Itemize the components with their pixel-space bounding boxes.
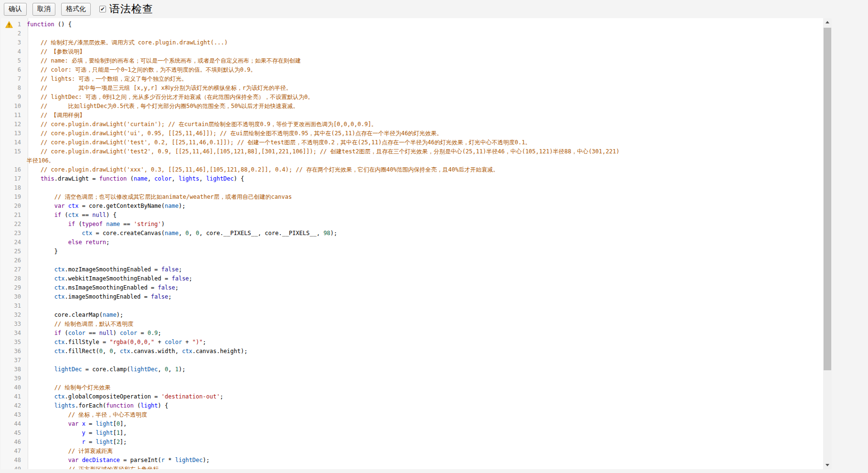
code-line-content[interactable]: // color: 可选，只能是一个0~1之间的数，为不透明度的值。不填则默认为… [25,65,823,75]
scrollbar-down-arrow-icon[interactable] [823,461,832,469]
code-line[interactable]: 12 // core.plugin.drawLight('curtain'); … [1,120,823,129]
code-line[interactable]: 27 ctx.mozImageSmoothingEnabled = false; [1,265,823,274]
code-line[interactable]: 19 // 清空色调层；也可以修改成其它层比如animate/weather层，… [1,193,823,202]
code-line[interactable]: 5 // name: 必填，要绘制到的画布名；可以是一个系统画布，或者是个自定义… [1,56,823,65]
code-line-content[interactable]: ctx.globalCompositeOperation = 'destinat… [25,392,823,401]
code-line[interactable]: 22 if (typeof name == 'string') [1,220,823,229]
code-line-content[interactable]: // 坐标，半径，中心不透明度 [25,410,823,419]
code-line[interactable]: 4 // 【参数说明】 [1,47,823,56]
code-line-content[interactable]: if (ctx == null) { [25,211,823,220]
code-line[interactable]: 41 ctx.globalCompositeOperation = 'desti… [1,392,823,401]
code-line[interactable]: 21 if (ctx == null) { [1,211,823,220]
code-line-content[interactable]: if (typeof name == 'string') [25,220,823,229]
code-line-content[interactable]: // name: 必填，要绘制到的画布名；可以是一个系统画布，或者是个自定义画布… [25,56,823,65]
code-line[interactable]: 7 // lights: 可选，一个数组，定义了每个独立的灯光。 [1,75,823,84]
code-line[interactable]: 37 [1,356,823,365]
code-line[interactable]: 43 // 坐标，半径，中心不透明度 [1,410,823,419]
code-line-content[interactable]: // 比如lightDec为0.5代表，每个灯光部分内圈50%的范围全亮，50%… [25,102,823,111]
syntax-check-checkbox[interactable]: ✔ [99,6,106,12]
code-line-content[interactable]: function () { [25,20,823,29]
code-line[interactable]: 15 // core.plugin.drawLight('test2', 0.9… [1,147,823,165]
code-line-content[interactable]: r = light[2]; [25,438,823,447]
code-line[interactable]: 34 if (color == null) color = 0.9; [1,329,823,338]
code-line[interactable]: 11 // 【调用样例】 [1,111,823,120]
code-line[interactable]: 42 lights.forEach(function (light) { [1,401,823,410]
cancel-button[interactable]: 取消 [32,3,55,16]
code-line-content[interactable]: // core.plugin.drawLight('test', 0.2, [[… [25,138,823,147]
code-line[interactable]: 3 // 绘制灯光/漆黑层效果。调用方式 core.plugin.drawLig… [1,38,823,47]
scrollbar-up-arrow-icon[interactable] [823,18,832,26]
code-line-content[interactable]: ctx.msImageSmoothingEnabled = false; [25,283,823,292]
format-button[interactable]: 格式化 [61,3,91,16]
code-line[interactable]: 29 ctx.msImageSmoothingEnabled = false; [1,283,823,292]
code-line[interactable]: 14 // core.plugin.drawLight('test', 0.2,… [1,138,823,147]
code-line[interactable]: 13 // core.plugin.drawLight('ui', 0.95, … [1,129,823,138]
code-line[interactable]: 35 ctx.fillStyle = "rgba(0,0,0," + color… [1,338,823,347]
code-line-content[interactable]: // core.plugin.drawLight('xxx', 0.3, [[2… [25,165,823,174]
code-line-content[interactable]: // 绘制每个灯光效果 [25,383,823,392]
code-line[interactable]: 30 ctx.imageSmoothingEnabled = false; [1,292,823,301]
code-line[interactable]: 46 r = light[2]; [1,438,823,447]
code-line-content[interactable]: core.clearMap(name); [25,311,823,320]
code-line[interactable]: 39 [1,374,823,383]
confirm-button[interactable]: 确认 [4,3,27,16]
code-line[interactable]: 36 ctx.fillRect(0, 0, ctx.canvas.width, … [1,347,823,356]
code-line-content[interactable]: ctx.fillStyle = "rgba(0,0,0," + color + … [25,338,823,347]
code-line-content[interactable]: y = light[1], [25,429,823,438]
code-line[interactable]: 45 y = light[1], [1,429,823,438]
scrollbar-thumb[interactable] [824,28,831,370]
editor-scrollbar[interactable] [823,18,832,469]
code-line-content[interactable]: ctx.fillRect(0, 0, ctx.canvas.width, ctx… [25,347,823,356]
code-line[interactable]: 48 var decDistance = parseInt(r * lightD… [1,456,823,465]
code-line[interactable]: 40 // 绘制每个灯光效果 [1,383,823,392]
code-line-content[interactable]: // 【调用样例】 [25,111,823,120]
code-line-content[interactable]: else return; [25,238,823,247]
code-line-content[interactable]: // 【参数说明】 [25,47,823,56]
code-line-content[interactable]: // 绘制灯光/漆黑层效果。调用方式 core.plugin.drawLight… [25,38,823,47]
code-line-content[interactable]: var ctx = core.getContextByName(name); [25,202,823,211]
code-line-content[interactable]: ctx.webkitImageSmoothingEnabled = false; [25,274,823,283]
code-line-content[interactable]: // core.plugin.drawLight('curtain'); // … [25,120,823,129]
code-line-content[interactable]: lights.forEach(function (light) { [25,401,823,410]
code-line[interactable]: 17 this.drawLight = function (name, colo… [1,174,823,183]
code-line-content[interactable]: // 绘制色调层，默认不透明度 [25,320,823,329]
code-line[interactable]: 26 [1,256,823,265]
code-line[interactable]: 28 ctx.webkitImageSmoothingEnabled = fal… [1,274,823,283]
code-line[interactable]: 1function () { [1,20,823,29]
code-line[interactable]: 47 // 计算衰减距离 [1,447,823,456]
code-line[interactable]: 49 // 正方形区域的直径和左上角坐标 [1,465,823,469]
code-line[interactable]: 44 var x = light[0], [1,419,823,429]
code-line-content[interactable]: // 正方形区域的直径和左上角坐标 [25,465,823,469]
code-line[interactable]: 24 else return; [1,238,823,247]
code-line[interactable]: 20 var ctx = core.getContextByName(name)… [1,202,823,211]
code-line-content[interactable]: ctx.imageSmoothingEnabled = false; [25,292,823,301]
code-line-content[interactable]: // core.plugin.drawLight('ui', 0.95, [[2… [25,129,823,138]
code-line-content[interactable]: ctx = core.createCanvas(name, 0, 0, core… [25,229,823,238]
code-line-content[interactable]: } [25,247,823,256]
code-line-content[interactable]: // core.plugin.drawLight('test2', 0.9, [… [25,147,823,165]
code-line[interactable]: 33 // 绘制色调层，默认不透明度 [1,320,823,329]
code-line-content[interactable]: // 其中每一项是三元组 [x,y,r] x和y分别为该灯光的横纵坐标，r为该灯… [25,84,823,93]
code-line-content[interactable]: this.drawLight = function (name, color, … [25,174,823,183]
code-line[interactable]: 23 ctx = core.createCanvas(name, 0, 0, c… [1,229,823,238]
code-line[interactable]: 9 // lightDec: 可选，0到1之间，光从多少百分比才开始衰减（在此范… [1,93,823,102]
code-line-content[interactable]: ctx.mozImageSmoothingEnabled = false; [25,265,823,274]
code-line-content[interactable]: if (color == null) color = 0.9; [25,329,823,338]
code-line[interactable]: 10 // 比如lightDec为0.5代表，每个灯光部分内圈50%的范围全亮，… [1,102,823,111]
code-line-content[interactable]: // lightDec: 可选，0到1之间，光从多少百分比才开始衰减（在此范围内… [25,93,823,102]
code-line-content[interactable]: // 计算衰减距离 [25,447,823,456]
code-line[interactable]: 8 // 其中每一项是三元组 [x,y,r] x和y分别为该灯光的横纵坐标，r为… [1,84,823,93]
code-line[interactable]: 32 core.clearMap(name); [1,311,823,320]
code-line-content[interactable]: // lights: 可选，一个数组，定义了每个独立的灯光。 [25,75,823,84]
code-editor[interactable]: 1function () {23 // 绘制灯光/漆黑层效果。调用方式 core… [1,18,832,469]
code-line[interactable]: 31 [1,301,823,311]
code-line[interactable]: 16 // core.plugin.drawLight('xxx', 0.3, … [1,165,823,174]
code-line[interactable]: 2 [1,29,823,38]
code-line-content[interactable]: lightDec = core.clamp(lightDec, 0, 1); [25,365,823,374]
code-line[interactable]: 18 [1,183,823,193]
code-line-content[interactable]: var decDistance = parseInt(r * lightDec)… [25,456,823,465]
code-line[interactable]: 6 // color: 可选，只能是一个0~1之间的数，为不透明度的值。不填则默… [1,65,823,75]
code-line[interactable]: 25 } [1,247,823,256]
code-line-content[interactable]: var x = light[0], [25,419,823,429]
code-line-content[interactable]: // 清空色调层；也可以修改成其它层比如animate/weather层，或者用… [25,193,823,202]
